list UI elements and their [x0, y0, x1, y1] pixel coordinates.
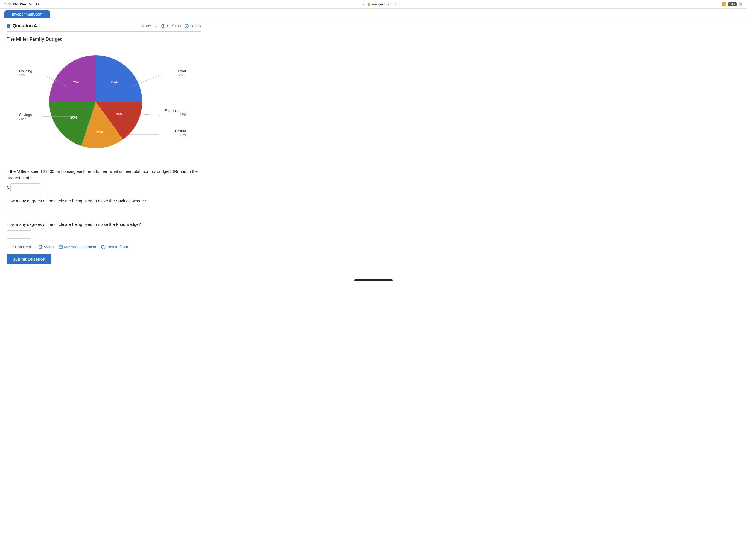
info-icon: i: [185, 24, 189, 28]
question-meta: 0/5 pts 3 99 i Details: [141, 24, 201, 28]
utilities-pct-label: 15%: [96, 130, 103, 134]
clock-icon: [161, 24, 165, 28]
home-indicator: [354, 279, 393, 281]
housing-label: Housing 25%: [19, 69, 32, 77]
status-bar: 5:58 PM Wed Jun 12 ··· 🔒 myopenmath.com …: [0, 0, 747, 9]
refresh-icon: [172, 24, 176, 28]
status-time: 5:58 PM Wed Jun 12: [4, 2, 40, 6]
question-number: Question 4: [12, 23, 36, 29]
entertainment-pct-label: 15%: [116, 112, 123, 116]
question-title: Question 4: [6, 23, 36, 29]
video-icon: [38, 245, 43, 249]
chart-title: The Miller Family Budget: [6, 36, 201, 42]
svg-point-12: [101, 245, 105, 249]
question2-input-row: [6, 207, 201, 215]
chat-icon: [101, 245, 105, 249]
dollar-sign: $: [6, 185, 9, 190]
checkmark-icon: [141, 24, 145, 28]
question1-input-row: $: [6, 183, 201, 192]
main-content: Question 4 0/5 pts 3 99 i Details The Mi…: [0, 18, 208, 275]
status-url: ··· 🔒 myopenmath.com: [361, 2, 400, 6]
question-dot: [6, 24, 10, 28]
question2-input[interactable]: [6, 207, 31, 215]
forum-link[interactable]: Post to forum: [101, 245, 129, 249]
dots-icon: ···: [361, 2, 366, 6]
lock-icon: 🔒: [367, 2, 371, 6]
help-label: Question Help:: [6, 245, 32, 249]
video-link[interactable]: Video: [38, 245, 54, 249]
question-header: Question 4 0/5 pts 3 99 i Details: [6, 23, 201, 32]
details-link[interactable]: i Details: [185, 24, 201, 28]
pie-chart-svg: 25% 15% 15% 20% 25%: [47, 52, 145, 151]
wifi-icon: 📶: [722, 2, 726, 6]
tab-bar: myopenmath.com: [0, 9, 747, 18]
message-instructor-link[interactable]: Message instructor: [58, 245, 96, 249]
question3-input-row: [6, 230, 201, 239]
svg-rect-11: [59, 246, 62, 248]
active-tab[interactable]: myopenmath.com: [4, 10, 50, 18]
status-icons: 📶 VPN 🔋: [722, 2, 743, 6]
question3-text: How many degrees of the circle are being…: [6, 222, 201, 228]
question3-input[interactable]: [6, 230, 31, 239]
svg-text:i: i: [186, 25, 187, 28]
pie-chart-area: 25% 15% 15% 20% 25% Housing 25%: [19, 47, 189, 162]
food-pct-label: 25%: [111, 80, 118, 84]
svg-rect-9: [39, 245, 42, 249]
savings-pct-label: 20%: [70, 116, 77, 120]
svg-marker-10: [42, 246, 43, 248]
envelope-icon: [58, 245, 63, 249]
vpn-badge: VPN: [728, 2, 737, 6]
food-slice: [96, 55, 142, 102]
points-info: 0/5 pts: [141, 24, 157, 28]
utilities-label: Utilities 15%: [175, 129, 186, 137]
food-label: Food 25%: [178, 69, 186, 77]
svg-rect-0: [141, 24, 145, 28]
entertainment-label: Entertainment 15%: [164, 108, 186, 117]
housing-pct-label: 25%: [73, 80, 80, 84]
housing-slice: [49, 55, 96, 102]
question2-text: How many degrees of the circle are being…: [6, 198, 201, 204]
battery-icon: 🔋: [738, 2, 743, 6]
savings-label: Savings 20%: [19, 113, 32, 121]
question1-input[interactable]: [10, 183, 41, 192]
question1-text: If the Miller's spend $1600 on housing e…: [6, 169, 201, 181]
attempts-info: 3: [161, 24, 168, 28]
versions-info: 99: [172, 24, 181, 28]
question-help: Question Help: Video Message instructor …: [6, 245, 201, 249]
submit-button[interactable]: Submit Question: [6, 254, 51, 264]
